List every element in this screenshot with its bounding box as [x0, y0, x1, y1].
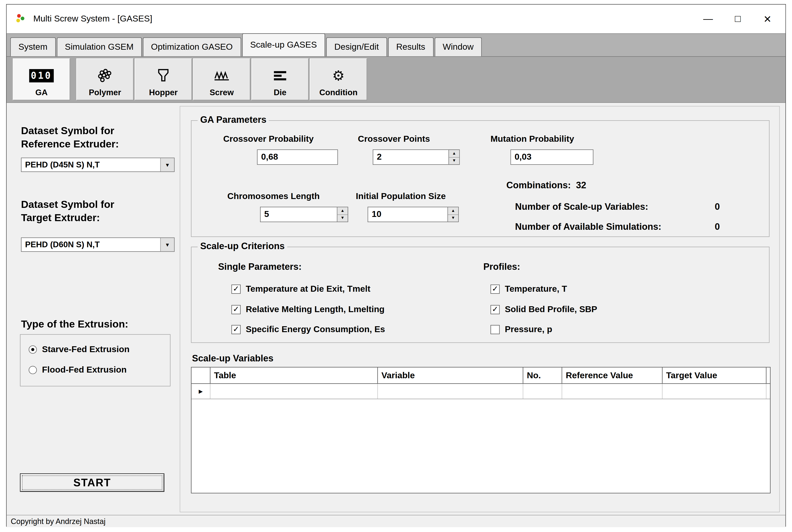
minimize-button[interactable]: — [693, 5, 723, 33]
maximize-button[interactable]: □ [723, 5, 753, 33]
grid-col-variable[interactable]: Variable [378, 367, 523, 383]
toolbar-ga-button[interactable]: 010 GA [13, 58, 70, 100]
available-simulations-count-value: 0 [715, 222, 720, 232]
toolbar-ga-label: GA [35, 88, 48, 97]
criterion-temperature-profile[interactable]: ✓ Temperature, T [490, 283, 567, 295]
extrusion-type-label: Type of the Extrusion: [21, 317, 128, 331]
checkbox-icon[interactable]: ✓ [231, 305, 241, 314]
hopper-funnel-icon [157, 64, 169, 87]
crossover-probability-input[interactable] [257, 150, 338, 165]
radio-icon[interactable] [29, 345, 37, 354]
spin-up-icon[interactable]: ▲ [337, 207, 348, 215]
toolbar-condition-button[interactable]: ⚙ Condition [310, 58, 367, 100]
start-button[interactable]: START [20, 473, 164, 492]
grid-cell[interactable] [562, 384, 662, 399]
radio-icon[interactable] [29, 366, 37, 374]
grid-col-reference-value[interactable]: Reference Value [562, 367, 662, 383]
toolbar-polymer-button[interactable]: Polymer [76, 58, 134, 100]
reference-extruder-value: PEHD (D45N S) N,T [21, 158, 161, 171]
gear-icon: ⚙ [332, 64, 345, 87]
spin-down-icon[interactable]: ▼ [449, 157, 459, 164]
crossover-points-stepper: ▲ ▼ [373, 150, 460, 165]
available-simulations-count-label: Number of Available Simulations: [515, 222, 661, 232]
tab-system[interactable]: System [10, 37, 56, 56]
dropdown-arrow-icon[interactable]: ▼ [161, 238, 174, 251]
mutation-probability-input[interactable] [510, 150, 593, 165]
grid-header: Table Variable No. Reference Value Targe… [191, 367, 770, 384]
checkbox-icon[interactable]: ✓ [490, 285, 500, 294]
grid-col-no[interactable]: No. [523, 367, 562, 383]
tab-results[interactable]: Results [388, 37, 434, 56]
criterion-tmelt[interactable]: ✓ Temperature at Die Exit, Tmelt [231, 283, 371, 295]
window-controls: — □ ✕ [693, 5, 782, 33]
initial-population-input[interactable] [367, 207, 448, 222]
crossover-points-input[interactable] [373, 150, 449, 165]
grid-cell[interactable] [662, 384, 766, 399]
close-button[interactable]: ✕ [753, 5, 782, 33]
extrusion-type-group: Starve-Fed Extrusion Flood-Fed Extrusion [20, 334, 170, 386]
screw-icon [213, 64, 230, 87]
grid-cell[interactable] [210, 384, 378, 399]
tab-design-edit[interactable]: Design/Edit [326, 37, 387, 56]
tab-window[interactable]: Window [434, 37, 482, 56]
dropdown-arrow-icon[interactable]: ▼ [161, 158, 174, 171]
crossover-probability-label: Crossover Probability [223, 134, 314, 145]
toolbar-die-button[interactable]: Die [251, 58, 309, 100]
grid-row[interactable]: ► [191, 384, 770, 399]
toolbar: 010 GA Polymer Hopper [7, 57, 786, 103]
screenshot-stage: Multi Screw System - [GASES] — □ ✕ Syste… [0, 0, 792, 532]
die-icon [273, 64, 287, 87]
tab-scale-up-gases[interactable]: Scale-up GASES [242, 33, 325, 56]
spin-up-icon[interactable]: ▲ [448, 207, 458, 215]
toolbar-die-label: Die [274, 88, 286, 97]
grid-cell[interactable] [378, 384, 523, 399]
target-extruder-select[interactable]: PEHD (D60N S) N,T ▼ [21, 238, 175, 252]
starve-fed-option[interactable]: Starve-Fed Extrusion [29, 344, 130, 355]
window-title: Multi Screw System - [GASES] [33, 14, 152, 24]
criterion-pressure[interactable]: ✓ Pressure, p [490, 323, 552, 336]
tab-optimization-gaseo[interactable]: Optimization GASEO [143, 37, 241, 56]
title-bar: Multi Screw System - [GASES] — □ ✕ [7, 5, 786, 33]
grid-col-table[interactable]: Table [210, 367, 378, 383]
minimize-icon: — [703, 13, 713, 24]
combinations-text: Combinations: 32 [506, 180, 586, 191]
chromosomes-length-input[interactable] [260, 207, 337, 222]
status-bar: Copyright by Andrzej Nastaj [7, 515, 786, 527]
toolbar-polymer-label: Polymer [89, 88, 121, 97]
profiles-label: Profiles: [483, 262, 520, 272]
criterion-sbp[interactable]: ✓ Solid Bed Profile, SBP [490, 303, 597, 316]
target-extruder-label: Dataset Symbol for Target Extruder: [21, 197, 114, 224]
combinations-value: 32 [576, 180, 586, 190]
criterion-es[interactable]: ✓ Specific Energy Consumption, Es [231, 323, 385, 336]
spin-down-icon[interactable]: ▼ [448, 215, 458, 222]
tab-simulation-gsem[interactable]: Simulation GSEM [57, 37, 142, 56]
app-window: Multi Screw System - [GASES] — □ ✕ Syste… [6, 4, 786, 527]
toolbar-screw-label: Screw [210, 88, 234, 97]
grid-col-target-value[interactable]: Target Value [662, 367, 766, 383]
toolbar-hopper-button[interactable]: Hopper [135, 58, 192, 100]
checkbox-icon[interactable]: ✓ [490, 305, 500, 314]
toolbar-condition-label: Condition [319, 88, 358, 97]
reference-extruder-select[interactable]: PEHD (D45N S) N,T ▼ [21, 157, 175, 172]
spin-down-icon[interactable]: ▼ [337, 215, 348, 222]
criterion-lmelting[interactable]: ✓ Relative Melting Length, Lmelting [231, 303, 384, 316]
scaleup-variables-title: Scale-up Variables [192, 353, 274, 364]
maximize-icon: □ [735, 13, 741, 24]
client-area: Dataset Symbol for Reference Extruder: P… [7, 103, 786, 515]
flood-fed-option[interactable]: Flood-Fed Extrusion [29, 364, 127, 376]
current-row-icon: ► [197, 387, 204, 395]
scaleup-variables-count-value: 0 [715, 202, 720, 212]
toolbar-screw-button[interactable]: Screw [193, 58, 250, 100]
single-parameters-label: Single Parameters: [218, 262, 302, 272]
checkbox-icon[interactable]: ✓ [231, 325, 241, 334]
mutation-probability-label: Mutation Probability [490, 134, 574, 145]
checkbox-icon[interactable]: ✓ [490, 325, 500, 334]
spin-up-icon[interactable]: ▲ [449, 150, 459, 157]
app-icon [15, 13, 27, 25]
ga-icon: 010 [29, 64, 54, 87]
grid-cell[interactable] [523, 384, 562, 399]
checkbox-icon[interactable]: ✓ [231, 285, 241, 294]
chromosomes-length-label: Chromosomes Length [227, 191, 320, 202]
tab-bar: System Simulation GSEM Optimization GASE… [7, 33, 786, 57]
target-extruder-value: PEHD (D60N S) N,T [21, 238, 161, 251]
